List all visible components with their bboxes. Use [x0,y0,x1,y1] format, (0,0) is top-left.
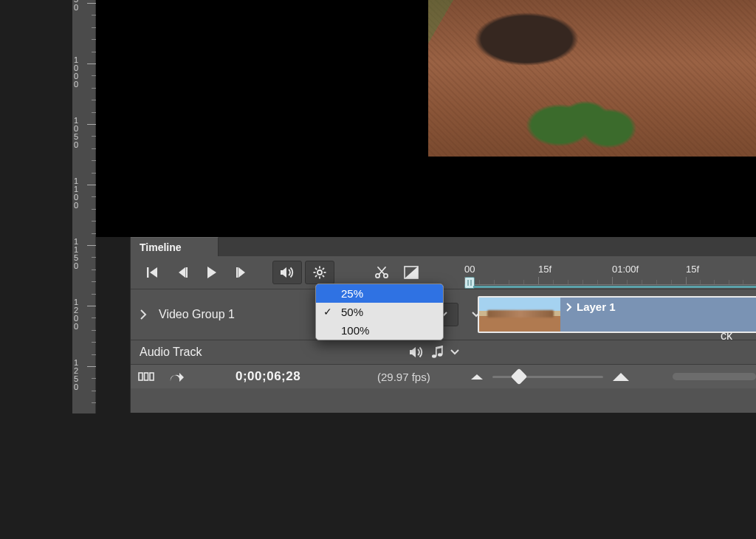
zoom-track[interactable] [492,376,603,378]
timeline-tabbar: Timeline [131,237,756,256]
svg-rect-1 [186,267,188,278]
timeline-scrollbar[interactable] [673,373,756,380]
timeline-tab-label: Timeline [140,241,182,253]
ruler-label: 1 1 5 0 [74,238,84,270]
timeline-footer: 0;00;06;28 (29.97 fps) [131,365,756,388]
ruler-label: 1 0 5 0 [74,117,84,149]
document-preview-image[interactable] [428,0,756,157]
svg-line-11 [323,268,324,270]
audio-track-label: Audio Track [140,346,202,359]
timeline-tab[interactable]: Timeline [131,237,219,256]
clip-lane[interactable]: Layer 1 [464,296,756,333]
mute-audio-button[interactable] [272,261,302,284]
music-note-icon[interactable] [431,346,443,359]
ruler-label: 1 0 0 0 [74,56,84,89]
step-back-button[interactable] [169,261,196,284]
svg-line-10 [315,275,317,277]
app-bottom-gutter [130,413,756,539]
ruler-label: 1 2 5 0 [74,359,84,391]
time-tick-label: 15f [538,264,551,275]
current-timecode[interactable]: 0;00;06;28 [236,369,300,384]
ruler-label: 5 0 [74,0,84,12]
clip-label: Layer 1 [577,301,616,313]
svg-rect-2 [236,267,238,278]
resolution-option[interactable]: 100% [316,321,443,340]
audio-track-row: Audio Track [131,340,756,365]
time-tick-label: 00 [464,264,475,275]
chevron-right-icon[interactable] [140,309,147,320]
step-forward-button[interactable] [228,261,255,284]
zoom-slider[interactable] [470,371,630,382]
svg-rect-23 [150,373,154,380]
svg-point-3 [317,270,322,275]
clip-thumbnail [479,298,560,332]
split-clip-button[interactable] [368,261,395,284]
time-ruler[interactable]: 0015f01:00f15f02:00f [464,256,756,289]
go-to-first-frame-button[interactable] [140,261,166,284]
canvas-area[interactable] [96,0,756,237]
svg-rect-22 [145,373,148,380]
resolution-option-label: 100% [341,324,369,337]
play-button[interactable] [199,261,225,284]
check-icon: ✓ [323,306,332,317]
work-area-bar[interactable] [473,286,756,288]
time-tick-label: 01:00f [612,264,639,275]
chevron-right-icon [566,303,572,312]
zoom-in-icon[interactable] [612,371,630,382]
zoom-thumb[interactable] [511,368,528,385]
video-clip[interactable]: Layer 1 [478,296,756,333]
zoom-out-icon[interactable] [470,373,484,380]
video-group-label: Video Group 1 [159,308,235,321]
below-ruler-gutter [72,413,131,539]
render-options-icon[interactable] [138,372,154,381]
settings-button[interactable] [305,261,334,284]
export-icon[interactable] [169,371,184,382]
resolution-option[interactable]: 25% [316,284,443,303]
ruler-label: 1 2 0 0 [74,298,84,331]
svg-rect-0 [147,267,148,278]
transition-button[interactable] [398,261,425,284]
svg-rect-21 [139,373,142,380]
time-ruler-baseline [464,284,756,285]
time-tick-label: 15f [686,264,699,275]
audio-menu-chevron-icon[interactable] [450,349,459,355]
ruler-label: 1 1 0 0 [74,177,84,210]
svg-line-9 [323,275,324,277]
fps-readout: (29.97 fps) [377,371,430,383]
resolution-option-label: 50% [341,306,363,318]
speaker-icon[interactable] [409,346,424,358]
resolution-option-label: 25% [341,287,363,300]
resolution-option[interactable]: ✓50% [316,303,443,321]
svg-line-8 [315,268,317,270]
vertical-ruler[interactable]: 5 01 0 0 01 0 5 01 1 0 01 1 5 01 2 0 01 … [72,0,96,413]
resolution-dropdown-menu: 25%✓50%100% [315,284,444,340]
app-left-gutter [0,0,72,539]
